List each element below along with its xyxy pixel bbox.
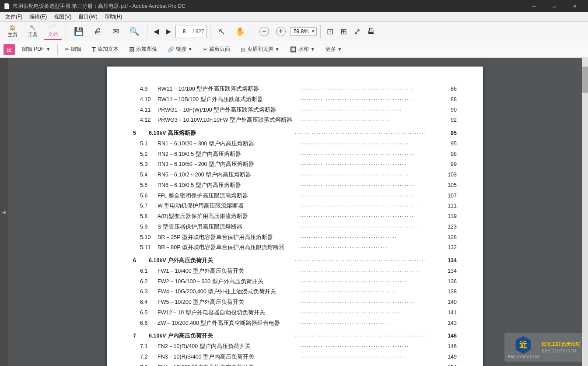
add-text-icon: T: [92, 46, 96, 53]
header-footer-dropdown-icon: ▼: [275, 47, 280, 52]
toc-entry-5-9: 5.9 S 型变压器保护用高压限流熔断器 ···················…: [133, 222, 457, 232]
svg-text:近: 近: [519, 341, 528, 349]
edit-button[interactable]: ✏ 编辑: [61, 44, 85, 55]
edit-toolbar: ⊞ 编辑 PDF ▼ ✏ 编辑 T 添加文本 🖼 添加图像 🔗 链接 ▼ ✂ 裁…: [0, 41, 588, 58]
tools-button[interactable]: 🔧 工具: [24, 23, 42, 40]
crop-label: 裁剪页面: [209, 46, 230, 53]
zoom-dropdown-icon[interactable]: ▼: [311, 29, 315, 34]
toc-entry-7-1: 7.1 FN2－10(R)/400 型户内高压负荷开关 ············…: [133, 341, 457, 352]
add-image-button[interactable]: 🖼 添加图像: [126, 44, 161, 55]
zoom-in-button[interactable]: +: [273, 23, 288, 40]
left-panel-toggle[interactable]: ◀: [0, 58, 8, 366]
print2-button[interactable]: 🖶: [365, 23, 378, 40]
main-toolbar: 🏠 主页 🔧 工具 📄 文档 💾 🖨 ✉ 🔍 ◀ ▶ / 927 ↖ ✋ −: [0, 22, 588, 41]
email-button[interactable]: ✉: [108, 23, 123, 40]
toc-entry-4-12: 4.12 PRWG3－10.10W,10F,10FW 型户外高压跌落式熔断器 ·…: [133, 115, 457, 126]
thumbnail-button[interactable]: ⊞: [338, 23, 350, 40]
menu-bar: 文件(F) 编辑(E) 视图(V) 窗口(W) 帮助(H): [0, 12, 588, 22]
hand-icon: ✋: [235, 27, 245, 36]
toc-entry-6-4: 6.4 FW5－10/200 型户外高压负荷开关 ···············…: [133, 297, 457, 308]
save-icon: 💾: [74, 27, 84, 36]
toolbar-divider-4: [253, 25, 253, 38]
toc-entry-5-8: 5.8 A(B)型变压器保护用高压限流熔断器 ·················…: [133, 211, 457, 222]
page-separator: / 927: [192, 28, 204, 35]
watermark-icon: 🔲: [290, 46, 297, 53]
add-text-button[interactable]: T 添加文本: [88, 44, 122, 55]
watermark-site-2: BBS.21SPV.COM: [542, 348, 580, 353]
link-label: 链接: [176, 46, 186, 53]
toolbar-divider-5: [320, 25, 321, 38]
edit-icon: ✏: [65, 46, 69, 53]
print-button[interactable]: 🖨: [90, 23, 106, 40]
prev-page-button[interactable]: ◀: [151, 23, 161, 40]
add-text-label: 添加文本: [98, 46, 119, 53]
next-page-button[interactable]: ▶: [163, 23, 174, 40]
toc-entry-6-3: 6.3 FW4－10G/200,400 型户外柱上油浸式负荷开关 ·······…: [133, 287, 457, 297]
search-button[interactable]: 🔍: [125, 23, 144, 40]
fit-page-button[interactable]: ⊡: [324, 23, 336, 40]
toc-entry-5-10: 5.10 BR－25P 型并联电容器单台保护用高压熔断器 ···········…: [133, 232, 457, 243]
toc-entry-7-3: 7.3 FN4－10/600 型户内高压真空负荷开关 ·············…: [133, 362, 457, 366]
edit-pdf-button[interactable]: 编辑 PDF ▼: [18, 44, 54, 55]
toolbar-divider-3: [210, 25, 210, 38]
menu-window[interactable]: 窗口(W): [75, 12, 101, 21]
edit-label: 编辑: [71, 46, 81, 53]
print2-icon: 🖶: [368, 27, 375, 36]
fullscreen-button[interactable]: ⤢: [351, 23, 363, 40]
menu-help[interactable]: 帮助(H): [101, 12, 126, 21]
zoom-input[interactable]: [291, 28, 311, 35]
right-scrollbar[interactable]: [582, 58, 588, 366]
document-button[interactable]: 📄 文档: [44, 23, 62, 40]
menu-file[interactable]: 文件(F): [2, 12, 26, 21]
home-button[interactable]: 🏠 主页: [4, 23, 22, 40]
hand-tool-button[interactable]: ✋: [231, 23, 249, 40]
window-controls: ─ □ ✕: [524, 0, 584, 12]
tools-icon: 🔧: [30, 25, 36, 31]
crop-button[interactable]: ✂ 裁剪页面: [200, 44, 234, 55]
document-icon: 📄: [50, 25, 56, 30]
print-icon: 🖨: [94, 27, 102, 36]
page-input-group: / 927: [175, 25, 206, 38]
watermark-brand: 阳光工匠光伏论坛: [542, 341, 580, 348]
toc-content: 4.9 RW11－10/100 型户外高压跌落式熔断器 ············…: [133, 84, 457, 366]
dropdown-icon: ▼: [46, 47, 50, 52]
more-label: 更多: [326, 46, 336, 53]
thumbnail-icon: ⊞: [340, 27, 347, 36]
watermark-dropdown-icon: ▼: [311, 47, 315, 52]
menu-view[interactable]: 视图(V): [50, 12, 75, 21]
pdf-page: 4.9 RW11－10/100 型户外高压跌落式熔断器 ············…: [107, 67, 483, 366]
page-number-input[interactable]: [178, 26, 191, 37]
search-icon: 🔍: [130, 27, 139, 36]
toc-entry-5-11: 5.11 BR－80P 型并联电容器单台保护用高压限流熔断器 ·········…: [133, 243, 457, 253]
toolbar-divider-2: [147, 25, 147, 38]
pdf-container[interactable]: 4.9 RW11－10/100 型户外高压跌落式熔断器 ············…: [8, 58, 582, 366]
app-icon: 📄: [4, 3, 10, 9]
minimize-button[interactable]: ─: [524, 0, 544, 12]
header-footer-label: 页眉和页脚: [247, 46, 273, 53]
toc-entry-5-2: 5.2 RN2－6,10/0.5 型户内高压熔断器 ··············…: [133, 149, 457, 160]
toc-entry-5-5: 5.5 RN6－6,10/0.5 型户内高压熔断器 ··············…: [133, 180, 457, 191]
save-button[interactable]: 💾: [70, 23, 88, 40]
title-bar: 📄 常用供配电设备选型手册.第三分册：高压电器.pdf - Adobe Acro…: [0, 0, 588, 12]
restore-button[interactable]: □: [544, 0, 564, 12]
zoom-out-button[interactable]: −: [257, 23, 272, 40]
title-text: 常用供配电设备选型手册.第三分册：高压电器.pdf - Adobe Acroba…: [13, 3, 524, 10]
next-icon: ▶: [166, 27, 171, 35]
header-footer-button[interactable]: ▤ 页眉和页脚 ▼: [237, 44, 283, 55]
toc-entry-7-2: 7.2 FN3－10(R)S/400 型户内高压负荷开关 ···········…: [133, 352, 457, 362]
main-area: ◀ 4.9 RW11－10/100 型户外高压跌落式熔断器 ··········…: [0, 58, 588, 366]
link-button[interactable]: 🔗 链接 ▼: [164, 44, 196, 55]
toc-entry-5-7: 5.7 W 型电动机保护用高压限流熔断器 ···················…: [133, 201, 457, 211]
more-button[interactable]: 更多 ▼: [322, 44, 346, 55]
menu-edit[interactable]: 编辑(E): [26, 12, 50, 21]
toc-entry-6-2: 6.2 FW2－10G/100～600 型户外高压负荷开关 ··········…: [133, 277, 457, 287]
edit-pdf-label: 编辑 PDF: [22, 46, 44, 53]
toc-entry-6-5: 6.5 FW12－10 型户外电容器自动投切负荷开关 ·············…: [133, 308, 457, 318]
select-icon: ↖: [218, 27, 225, 36]
zoom-in-icon: +: [276, 27, 286, 36]
panel-toggle-button[interactable]: ⊞: [4, 44, 15, 55]
zoom-select-group: ▼: [290, 27, 317, 36]
close-button[interactable]: ✕: [564, 0, 584, 12]
select-tool-button[interactable]: ↖: [214, 23, 229, 40]
watermark-button[interactable]: 🔲 水印 ▼: [287, 44, 318, 55]
